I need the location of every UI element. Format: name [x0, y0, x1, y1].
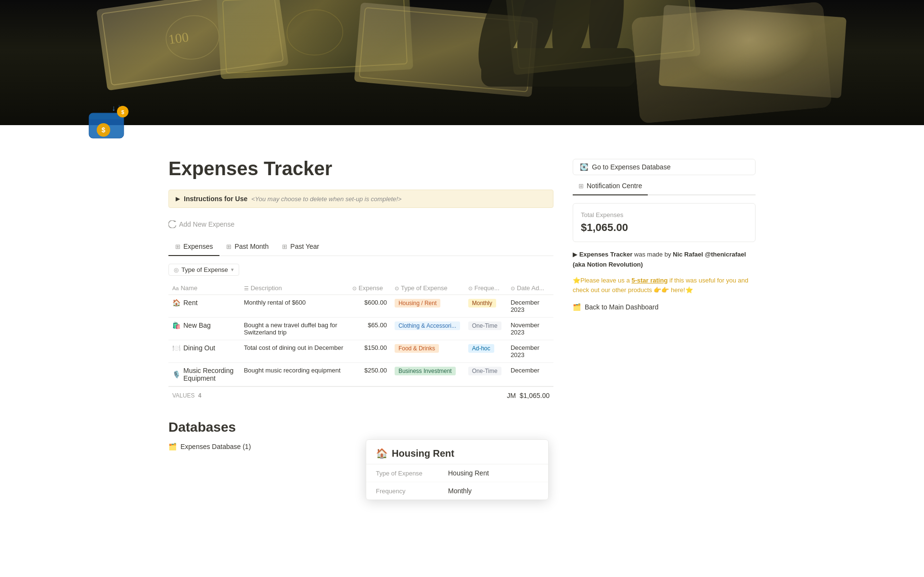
- instructions-title: Instructions for Use: [184, 195, 247, 203]
- tab-expenses-label: Expenses: [183, 243, 213, 250]
- cell-desc-3: Bought music recording equipment: [240, 363, 348, 386]
- row-emoji-2: 🍽️: [172, 344, 180, 352]
- row-name-text-1: New Bag: [183, 321, 211, 329]
- row-emoji-0: 🏠: [172, 299, 180, 307]
- freq-badge-1: One-Time: [468, 321, 501, 330]
- row-name-text-3: Music Recording Equipment: [183, 367, 236, 382]
- col-expense-header: ⊙Expense: [348, 282, 391, 295]
- tab-past-year[interactable]: ⊞ Past Year: [275, 239, 326, 256]
- freq-badge-2: Ad-hoc: [468, 344, 494, 353]
- tab-past-month[interactable]: ⊞ Past Month: [219, 239, 275, 256]
- table-row[interactable]: 🛍️ New Bag Bought a new travel duffel ba…: [168, 318, 553, 340]
- table-row[interactable]: 🍽️ Dining Out Total cost of dining out i…: [168, 340, 553, 363]
- right-panel: 💽 Go to Expenses Database ⊞ Notification…: [573, 149, 756, 452]
- cell-date-1: November 2023: [507, 318, 553, 340]
- values-label: VALUES 4: [172, 392, 202, 399]
- left-panel: Expenses Tracker ▶ Instructions for Use …: [168, 149, 573, 452]
- notification-centre-tab[interactable]: ⊞ Notification Centre: [573, 178, 648, 195]
- table-row[interactable]: 🎙️ Music Recording Equipment Bought musi…: [168, 363, 553, 386]
- cell-expense-0: $600.00: [348, 295, 391, 318]
- cell-desc-0: Monthly rental of $600: [240, 295, 348, 318]
- filter-chevron-icon: ▾: [231, 267, 234, 273]
- expand-arrow-icon: ▶: [176, 195, 180, 202]
- filter-label: Type of Expense: [181, 266, 228, 273]
- cell-expense-1: $65.00: [348, 318, 391, 340]
- col-desc-header: ☰Description: [240, 282, 348, 295]
- total-expenses-label: Total Expenses: [581, 211, 747, 218]
- back-label: Back to Main Dashboard: [585, 303, 658, 311]
- expense-icon-svg: $ ↓ ↓ $: [87, 101, 130, 142]
- cell-freq-1: One-Time: [464, 318, 507, 340]
- add-new-label: Add New Expense: [179, 220, 234, 228]
- notification-tab-label: Notification Centre: [587, 182, 642, 190]
- tab-past-year-icon: ⊞: [282, 243, 287, 250]
- tabs-bar: ⊞ Expenses ⊞ Past Month ⊞ Past Year: [168, 239, 553, 256]
- instructions-subtitle: <You may choose to delete when set-up is…: [251, 195, 401, 203]
- cell-expense-3: $250.00: [348, 363, 391, 386]
- back-to-main-dashboard-button[interactable]: 🗂️ Back to Main Dashboard: [573, 301, 658, 313]
- row-emoji-1: 🛍️: [172, 321, 180, 329]
- tab-past-month-icon: ⊞: [226, 243, 231, 250]
- cell-name-3: 🎙️ Music Recording Equipment: [168, 363, 240, 386]
- freq-badge-0: Monthly: [468, 299, 496, 308]
- cell-freq-0: Monthly: [464, 295, 507, 318]
- svg-text:100: 100: [167, 29, 190, 47]
- databases-title: Databases: [168, 420, 553, 435]
- cell-date-3: December: [507, 363, 553, 386]
- total-expenses-value: $1,065.00: [581, 221, 747, 234]
- type-of-expense-filter[interactable]: ◎ Type of Expense ▾: [168, 264, 239, 276]
- tab-expenses[interactable]: ⊞ Expenses: [168, 239, 219, 256]
- sum-value: $1,065.00: [520, 392, 550, 399]
- cell-name-1: 🛍️ New Bag: [168, 318, 240, 340]
- cell-name-2: 🍽️ Dining Out: [168, 340, 240, 363]
- filter-icon: ◎: [174, 267, 179, 273]
- cell-freq-3: One-Time: [464, 363, 507, 386]
- total-expenses-card: Total Expenses $1,065.00: [573, 203, 756, 242]
- db-btn-icon: 💽: [580, 163, 588, 171]
- cell-desc-2: Total cost of dining out in December: [240, 340, 348, 363]
- attr-was-made: was made by: [634, 251, 673, 258]
- add-new-expense-button[interactable]: Add New Expense: [168, 218, 234, 231]
- cell-type-2: Food & Drinks: [391, 340, 464, 363]
- cell-date-0: December 2023: [507, 295, 553, 318]
- cell-freq-2: Ad-hoc: [464, 340, 507, 363]
- tab-past-month-label: Past Month: [234, 243, 269, 250]
- back-icon: 🗂️: [573, 303, 581, 311]
- col-name-header: AaName: [168, 282, 240, 295]
- notification-tab-icon: ⊞: [578, 182, 584, 190]
- freq-badge-3: One-Time: [468, 367, 501, 375]
- expense-detail-popup: 🏠 Housing Rent Type of Expense Housing R…: [366, 439, 549, 452]
- col-type-header: ⊙Type of Expense: [391, 282, 464, 295]
- row-name-text-2: Dining Out: [183, 344, 215, 352]
- col-freq-header: ⊙Freque...: [464, 282, 507, 295]
- instructions-bar[interactable]: ▶ Instructions for Use <You may choose t…: [168, 190, 553, 208]
- cell-expense-2: $150.00: [348, 340, 391, 363]
- page-title: Expenses Tracker: [168, 157, 553, 180]
- popup-emoji: 🏠: [376, 448, 388, 452]
- svg-rect-17: [481, 48, 635, 87]
- svg-text:$: $: [102, 126, 105, 134]
- popup-header: 🏠 Housing Rent: [366, 440, 548, 452]
- cell-type-1: Clothing & Accessori...: [391, 318, 464, 340]
- type-badge-2: Food & Drinks: [395, 344, 439, 353]
- sum-prefix: JM: [507, 392, 516, 399]
- go-to-expenses-db-button[interactable]: 💽 Go to Expenses Database: [573, 159, 756, 175]
- table-footer: VALUES 4 JM $1,065.00: [168, 386, 553, 404]
- db-icon: 🗂️: [168, 443, 177, 450]
- cell-type-0: Housing / Rent: [391, 295, 464, 318]
- table-row[interactable]: 🏠 Rent Monthly rental of $600 $600.00 Ho…: [168, 295, 553, 318]
- expenses-table: AaName ☰Description ⊙Expense ⊙Type of Ex…: [168, 282, 553, 386]
- filter-row: ◎ Type of Expense ▾: [168, 264, 553, 276]
- svg-text:$: $: [121, 109, 124, 115]
- db-btn-label: Go to Expenses Database: [592, 163, 670, 171]
- five-star-rating-link[interactable]: 5-star rating: [631, 277, 667, 284]
- cell-name-0: 🏠 Rent: [168, 295, 240, 318]
- total-sum: JM $1,065.00: [507, 392, 550, 399]
- popup-title-text: Housing Rent: [392, 448, 454, 453]
- rating-request: ⭐Please leave us a 5-star rating if this…: [573, 276, 756, 296]
- type-badge-0: Housing / Rent: [395, 299, 440, 308]
- row-name-text-0: Rent: [183, 299, 198, 307]
- db-label: Expenses Database (1): [180, 443, 251, 450]
- svg-text:↓: ↓: [112, 104, 116, 112]
- popup-title: 🏠 Housing Rent: [376, 448, 539, 452]
